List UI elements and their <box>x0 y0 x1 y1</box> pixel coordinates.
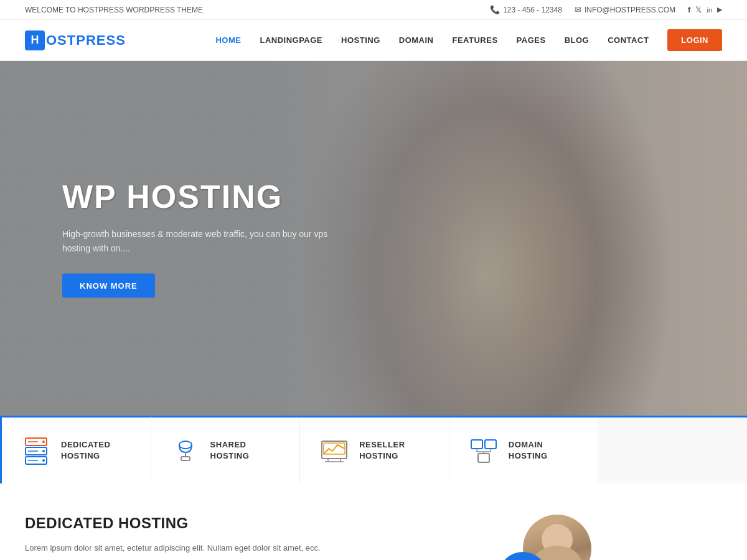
svg-rect-18 <box>471 440 482 449</box>
nav-hosting[interactable]: HOSTING <box>341 35 380 45</box>
nav-home[interactable]: HOME <box>215 35 241 45</box>
section-image <box>361 515 722 560</box>
nav-features[interactable]: FEATURES <box>453 35 498 45</box>
nav-landingpage[interactable]: LANDINGPAGE <box>260 35 322 45</box>
phone-icon: 📞 <box>490 5 500 14</box>
domain-hosting-label: DOMAINHOSTING <box>509 439 548 462</box>
domain-icon <box>468 435 499 466</box>
hero-content: WP HOSTING High-growth businesses & mode… <box>62 179 342 298</box>
logo[interactable]: H OSTPRESS <box>25 30 126 50</box>
feature-domain[interactable]: DOMAINHOSTING <box>449 418 599 483</box>
reseller-icon <box>319 435 350 466</box>
topbar-right: 📞 123 - 456 - 12348 ✉ INFO@HOSTPRESS.COM… <box>490 5 722 14</box>
nav-contact[interactable]: CONTACT <box>608 35 649 45</box>
svg-rect-11 <box>181 457 190 460</box>
dedicated-hosting-label: DEDICATEDHOSTING <box>61 439 110 462</box>
nav-pages[interactable]: PAGES <box>517 35 546 45</box>
topbar-welcome: WELCOME TO HOSTPRESS WORDPRESS THEME <box>25 6 203 14</box>
server-icon <box>21 435 52 466</box>
main-nav: HOME LANDINGPAGE HOSTING DOMAIN FEATURES… <box>215 29 722 51</box>
know-more-button[interactable]: KNOW MORE <box>62 273 155 297</box>
hero-description: High-growth businesses & moderate web tr… <box>62 227 342 255</box>
logo-icon: H <box>25 30 45 50</box>
svg-rect-19 <box>485 440 496 449</box>
linkedin-icon[interactable]: in <box>707 6 712 14</box>
features-bar: DEDICATEDHOSTING SHAREDHOSTING RESELLERH… <box>0 416 747 483</box>
topbar-email: ✉ INFO@HOSTPRESS.COM <box>575 5 675 14</box>
logo-text: OSTPRESS <box>46 32 126 49</box>
svg-point-4 <box>42 450 45 452</box>
shared-icon <box>170 435 201 466</box>
youtube-icon[interactable]: ▶ <box>717 6 722 14</box>
feature-shared[interactable]: SHAREDHOSTING <box>151 418 301 483</box>
section-dedicated: DEDICATED HOSTING Lorem ipsum dolor sit … <box>0 483 747 560</box>
feature-reseller[interactable]: RESELLERHOSTING <box>300 418 449 483</box>
svg-rect-20 <box>478 454 489 462</box>
nav-domain[interactable]: DOMAIN <box>399 35 434 45</box>
svg-point-9 <box>179 441 192 449</box>
section-title: DEDICATED HOSTING <box>25 515 336 532</box>
svg-rect-12 <box>322 441 347 459</box>
topbar-social: f 𝕏 in ▶ <box>688 5 722 14</box>
feature-placeholder <box>598 418 747 483</box>
login-button[interactable]: LOGIN <box>667 29 722 51</box>
twitter-icon[interactable]: 𝕏 <box>695 5 702 14</box>
feature-dedicated[interactable]: DEDICATEDHOSTING <box>0 416 151 483</box>
section-desc: Lorem ipsum dolor sit amet, ectetur adip… <box>25 541 336 555</box>
svg-point-3 <box>42 441 45 443</box>
svg-point-5 <box>42 459 45 462</box>
reseller-hosting-label: RESELLERHOSTING <box>359 439 405 462</box>
hero-section: WP HOSTING High-growth businesses & mode… <box>0 61 747 416</box>
section-text: DEDICATED HOSTING Lorem ipsum dolor sit … <box>25 515 336 560</box>
email-icon: ✉ <box>575 5 581 14</box>
nav-blog[interactable]: BLOG <box>565 35 590 45</box>
topbar: WELCOME TO HOSTPRESS WORDPRESS THEME 📞 1… <box>0 0 747 20</box>
topbar-phone: 📞 123 - 456 - 12348 <box>490 5 562 14</box>
person-avatar <box>523 515 591 560</box>
facebook-icon[interactable]: f <box>688 5 690 14</box>
header: H OSTPRESS HOME LANDINGPAGE HOSTING DOMA… <box>0 20 747 61</box>
shared-hosting-label: SHAREDHOSTING <box>210 439 250 462</box>
hero-title: WP HOSTING <box>62 179 342 215</box>
